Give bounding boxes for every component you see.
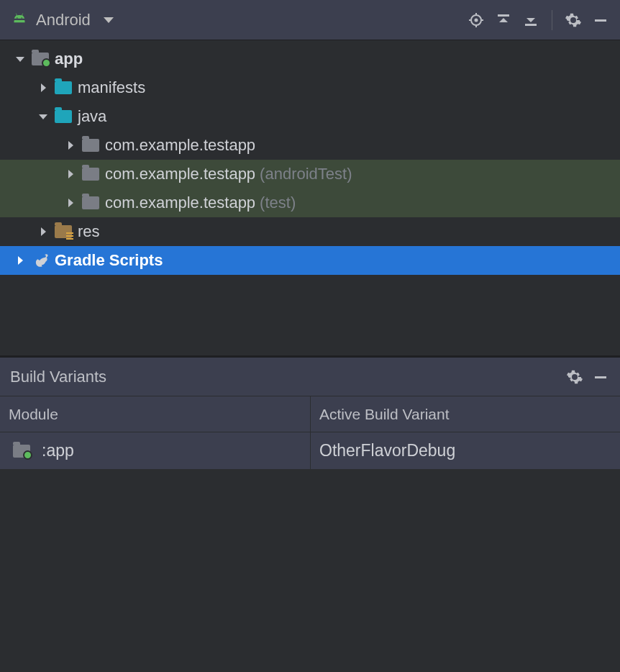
chevron-right-icon[interactable] (13, 253, 27, 268)
folder-icon (55, 81, 72, 94)
tree-node-res[interactable]: res (0, 217, 620, 246)
cell-variant[interactable]: OtherFlavorDebug (311, 432, 620, 469)
collapse-all-icon[interactable] (521, 11, 540, 29)
locate-icon[interactable] (467, 11, 485, 29)
chevron-down-icon[interactable] (13, 52, 27, 66)
column-module[interactable]: Module (0, 396, 311, 432)
build-variants-panel: Build Variants Module Active Build Varia… (0, 355, 620, 672)
tree-label: com.example.testapp (105, 194, 255, 212)
build-variants-header: Build Variants (0, 358, 620, 396)
tree-node-manifests[interactable]: manifests (0, 73, 620, 102)
tree-node-package-androidtest[interactable]: com.example.testapp (androidTest) (0, 160, 620, 189)
module-folder-icon (32, 53, 49, 65)
chevron-right-icon[interactable] (36, 224, 50, 239)
tree-label: java (78, 107, 106, 126)
tree-label: com.example.testapp (105, 165, 255, 183)
project-panel: Android app (0, 0, 620, 355)
tree-label: com.example.testapp (105, 136, 255, 155)
build-variants-actions (565, 368, 610, 386)
table-header: Module Active Build Variant (0, 396, 620, 432)
tree-label: res (78, 222, 100, 241)
chevron-down-icon[interactable] (36, 109, 50, 124)
toolbar-divider (552, 10, 552, 30)
tree-node-app[interactable]: app (0, 45, 620, 73)
project-toolbar-actions (467, 10, 610, 30)
chevron-right-icon[interactable] (63, 138, 78, 153)
package-icon (82, 139, 99, 152)
gradle-icon (30, 253, 50, 268)
tree-label: Gradle Scripts (55, 251, 163, 270)
chevron-down-icon (104, 17, 114, 23)
variant-value: OtherFlavorDebug (319, 441, 455, 460)
tree-label: manifests (78, 78, 145, 97)
package-icon (82, 168, 99, 181)
column-variant[interactable]: Active Build Variant (311, 396, 620, 432)
chevron-right-icon[interactable] (63, 196, 78, 210)
module-name: :app (42, 441, 74, 460)
tree-label-suffix: (androidTest) (260, 165, 352, 183)
gear-icon[interactable] (564, 11, 583, 29)
minimize-icon[interactable] (591, 368, 610, 386)
cell-module[interactable]: :app (0, 432, 311, 469)
project-view-label: Android (36, 11, 91, 29)
table-body: :app OtherFlavorDebug (0, 432, 620, 672)
project-tree[interactable]: app manifests java com.example.testapp c… (0, 40, 620, 355)
minimize-icon[interactable] (591, 11, 610, 29)
panel-title: Build Variants (10, 368, 106, 386)
android-icon (10, 11, 29, 29)
tree-node-package-test[interactable]: com.example.testapp (test) (0, 189, 620, 217)
tree-node-package-main[interactable]: com.example.testapp (0, 131, 620, 160)
tree-node-java[interactable]: java (0, 102, 620, 131)
project-toolbar: Android (0, 0, 620, 40)
tree-node-gradle-scripts[interactable]: Gradle Scripts (0, 246, 620, 275)
svg-rect-8 (595, 19, 606, 22)
gear-icon[interactable] (565, 368, 584, 386)
folder-icon (55, 110, 72, 123)
table-row[interactable]: :app OtherFlavorDebug (0, 432, 620, 470)
tree-label-suffix: (test) (260, 194, 296, 212)
module-folder-icon (13, 445, 30, 458)
project-view-selector[interactable]: Android (10, 11, 114, 29)
svg-rect-6 (498, 14, 509, 17)
svg-rect-9 (595, 376, 606, 378)
chevron-right-icon[interactable] (63, 167, 78, 181)
tree-label: app (55, 50, 83, 68)
package-icon (82, 196, 99, 209)
svg-rect-7 (525, 24, 537, 26)
svg-point-5 (475, 19, 478, 21)
expand-all-icon[interactable] (494, 11, 513, 29)
resources-folder-icon (55, 225, 72, 238)
chevron-right-icon[interactable] (36, 81, 50, 95)
